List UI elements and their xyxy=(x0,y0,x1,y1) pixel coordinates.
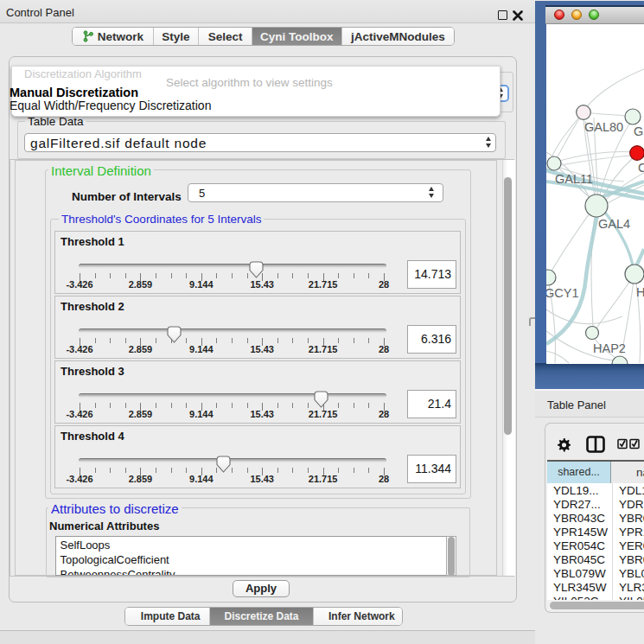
svg-text:GAL80: GAL80 xyxy=(584,120,623,134)
svg-text:C: C xyxy=(638,161,644,175)
svg-text:G.: G. xyxy=(634,124,644,138)
svg-text:HAP2: HAP2 xyxy=(593,341,626,355)
svg-text:H: H xyxy=(636,285,644,299)
svg-text:GAL4: GAL4 xyxy=(598,217,630,231)
svg-text:GCY1: GCY1 xyxy=(546,286,579,300)
svg-text:GAL11: GAL11 xyxy=(555,172,593,186)
